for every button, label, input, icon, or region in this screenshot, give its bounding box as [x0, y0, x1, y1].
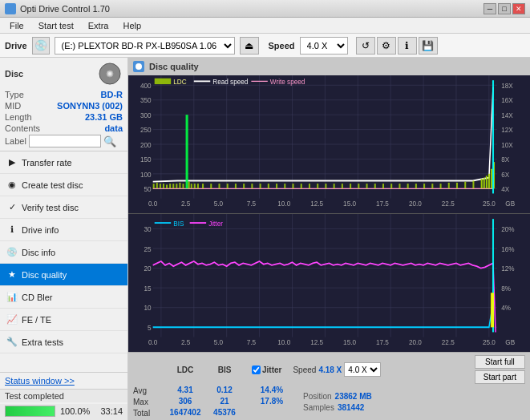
svg-text:25.0: 25.0 — [483, 200, 496, 208]
svg-text:Write speed: Write speed — [270, 77, 305, 86]
position-row: Position 23862 MB — [303, 391, 372, 402]
disc-label-row: Label 🔍 — [5, 135, 123, 147]
svg-text:12.5: 12.5 — [310, 338, 323, 347]
progress-fill — [6, 406, 55, 416]
menu-extra[interactable]: Extra — [82, 20, 115, 31]
avg-jitter: 14.4% — [252, 386, 292, 396]
svg-rect-87 — [366, 184, 368, 188]
sidebar-item-extra-tests[interactable]: 🔧 Extra tests — [0, 331, 127, 353]
svg-text:4%: 4% — [501, 304, 511, 313]
avg-label: Avg — [133, 386, 162, 396]
close-button[interactable]: ✕ — [512, 3, 525, 14]
disc-mid-row: MID SONYNN3 (002) — [5, 101, 123, 111]
refresh-button[interactable]: ↺ — [356, 37, 375, 55]
minimize-button[interactable]: ─ — [483, 3, 496, 14]
sidebar-item-create-test-disc[interactable]: ◉ Create test disc — [0, 174, 127, 196]
avg-ldc: 4.31 — [165, 386, 205, 396]
svg-rect-92 — [407, 184, 409, 188]
speed-select-stats[interactable]: 4.0 X — [344, 362, 381, 377]
svg-rect-74 — [260, 184, 261, 188]
start-part-button[interactable]: Start part — [475, 370, 525, 384]
sidebar-item-disc-info[interactable]: 💿 Disc info — [0, 241, 127, 264]
speed-select[interactable]: 4.0 X — [300, 37, 348, 55]
cd-bler-icon: 📊 — [6, 292, 18, 303]
status-window-button[interactable]: Status window >> — [5, 376, 75, 386]
position-block: Position 23862 MB Samples 381442 — [303, 391, 372, 413]
drive-select[interactable]: (E:) PLEXTOR BD-R PX-LB950SA 1.06 — [55, 37, 235, 55]
svg-text:GB: GB — [505, 200, 515, 208]
svg-rect-61 — [182, 184, 184, 188]
menu-start-test[interactable]: Start test — [32, 20, 80, 31]
svg-text:2.5: 2.5 — [181, 200, 190, 208]
svg-rect-90 — [390, 184, 392, 188]
sidebar-item-verify-test-disc[interactable]: ✓ Verify test disc — [0, 196, 127, 219]
svg-text:12.5: 12.5 — [310, 200, 323, 208]
svg-rect-52 — [153, 184, 155, 188]
drive-action-icons: ↺ ⚙ ℹ 💾 — [356, 37, 438, 55]
top-chart: 400 350 300 250 200 150 100 50 18X 16X 1… — [128, 75, 530, 214]
svg-text:16X: 16X — [501, 96, 513, 105]
svg-rect-82 — [325, 184, 326, 188]
svg-text:BIS: BIS — [173, 219, 184, 228]
main-layout: Disc Type BD-R MID SONYNN3 (002) Length — [0, 58, 530, 420]
eject-button[interactable]: ⏏ — [240, 37, 259, 55]
svg-text:400: 400 — [140, 81, 152, 90]
sidebar-item-label: Transfer rate — [22, 158, 72, 168]
svg-text:15: 15 — [144, 284, 152, 293]
svg-rect-75 — [268, 184, 269, 188]
fe-te-icon: 📈 — [6, 314, 18, 325]
svg-text:20: 20 — [144, 265, 152, 273]
status-text-row: Test completed — [0, 389, 127, 402]
save-button[interactable]: 💾 — [419, 37, 438, 55]
sidebar-item-fe-te[interactable]: 📈 FE / TE — [0, 309, 127, 331]
svg-rect-71 — [235, 184, 237, 188]
svg-rect-60 — [179, 183, 180, 188]
svg-rect-53 — [156, 183, 158, 188]
svg-text:25.0: 25.0 — [483, 338, 496, 347]
disc-mid-label: MID — [5, 101, 21, 111]
sidebar-item-cd-bler[interactable]: 📊 CD Bler — [0, 286, 127, 309]
svg-rect-83 — [334, 184, 335, 188]
label-edit-button[interactable]: 🔍 — [103, 135, 116, 147]
disc-label-input[interactable] — [29, 135, 101, 147]
sidebar-item-transfer-rate[interactable]: ▶ Transfer rate — [0, 151, 127, 174]
disc-length-label: Length — [5, 112, 32, 122]
svg-rect-57 — [169, 184, 171, 188]
svg-rect-64 — [191, 184, 192, 188]
extra-tests-icon: 🔧 — [6, 337, 18, 348]
create-test-disc-icon: ◉ — [6, 180, 18, 191]
settings-button[interactable]: ⚙ — [377, 37, 396, 55]
sidebar-item-disc-quality[interactable]: ★ Disc quality — [0, 264, 127, 286]
svg-rect-72 — [243, 184, 245, 188]
svg-text:300: 300 — [140, 111, 152, 119]
maximize-button[interactable]: □ — [498, 3, 511, 14]
svg-text:7.5: 7.5 — [247, 338, 256, 347]
sidebar-item-label: FE / TE — [22, 315, 51, 325]
svg-rect-97 — [448, 183, 450, 188]
sidebar-statusbar: Status window >> Test completed 100.0% 3… — [0, 372, 127, 420]
svg-rect-79 — [301, 184, 302, 188]
speed-current-value: 4.18 X — [318, 365, 342, 374]
menu-help[interactable]: Help — [116, 20, 148, 31]
total-bis: 45376 — [208, 408, 241, 418]
info-button[interactable]: ℹ — [398, 37, 417, 55]
drive-label: Drive — [5, 41, 27, 50]
menu-file[interactable]: File — [3, 20, 30, 31]
svg-text:100: 100 — [140, 170, 152, 179]
jitter-checkbox[interactable] — [252, 365, 261, 374]
svg-rect-95 — [431, 184, 433, 188]
sidebar-item-drive-info[interactable]: ℹ Drive info — [0, 219, 127, 241]
sidebar: Disc Type BD-R MID SONYNN3 (002) Length — [0, 58, 128, 420]
svg-rect-100 — [472, 180, 474, 188]
max-bis: 21 — [208, 397, 241, 407]
svg-rect-105 — [491, 169, 492, 189]
svg-point-3 — [136, 63, 142, 70]
charts-area: 400 350 300 250 200 150 100 50 18X 16X 1… — [128, 75, 530, 352]
bottom-chart: 30 25 20 15 10 5 20% 16% 12% 8% 4% 0.0 2… — [128, 214, 530, 352]
svg-text:4X: 4X — [501, 184, 509, 193]
svg-rect-84 — [342, 184, 343, 188]
svg-text:6X: 6X — [501, 170, 509, 179]
svg-text:Read speed: Read speed — [212, 77, 248, 86]
stats-jitter-col: 14.4% 17.8% — [252, 386, 292, 418]
start-full-button[interactable]: Start full — [475, 355, 525, 369]
